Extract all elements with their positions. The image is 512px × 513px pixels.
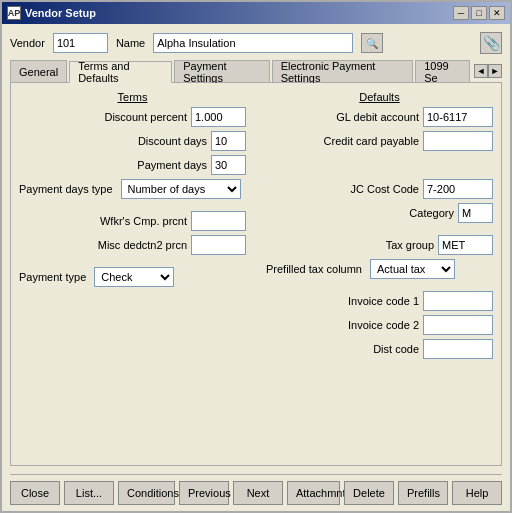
tab-content-terms: Terms Discount percent Discount days Pay… (10, 83, 502, 466)
dist-code-label: Dist code (266, 343, 419, 355)
invoice-code2-label: Invoice code 2 (266, 319, 419, 331)
list-button[interactable]: List... (64, 481, 114, 505)
app-icon: AP (7, 6, 21, 20)
discount-percent-row: Discount percent (19, 107, 246, 127)
payment-type-label: Payment type (19, 271, 86, 283)
two-columns-layout: Terms Discount percent Discount days Pay… (19, 91, 493, 363)
credit-card-input[interactable] (423, 131, 493, 151)
tab-bar: General Terms and Defaults Payment Setti… (10, 60, 502, 83)
jc-cost-code-row: JC Cost Code (266, 179, 493, 199)
payment-days-label: Payment days (19, 159, 207, 171)
invoice-code2-row: Invoice code 2 (266, 315, 493, 335)
jc-cost-code-input[interactable] (423, 179, 493, 199)
previous-button[interactable]: Previous (179, 481, 229, 505)
title-controls: ─ □ ✕ (453, 6, 505, 20)
wfkr-cmp-label: Wfkr's Cmp. prcnt (19, 215, 187, 227)
attachments-button[interactable]: Attachmnts (287, 481, 340, 505)
discount-days-row: Discount days (19, 131, 246, 151)
gl-debit-row: GL debit account (266, 107, 493, 127)
name-label: Name (116, 37, 145, 49)
title-bar: AP Vendor Setup ─ □ ✕ (2, 2, 510, 24)
dist-code-row: Dist code (266, 339, 493, 359)
close-button[interactable]: ✕ (489, 6, 505, 20)
minimize-button[interactable]: ─ (453, 6, 469, 20)
credit-card-row: Credit card payable (266, 131, 493, 151)
payment-days-row: Payment days (19, 155, 246, 175)
lookup-button[interactable]: 🔍 (361, 33, 383, 53)
defaults-column: Defaults GL debit account Credit card pa… (256, 91, 493, 363)
tab-scroll-right[interactable]: ► (488, 64, 502, 78)
discount-days-label: Discount days (19, 135, 207, 147)
category-row: Category (266, 203, 493, 223)
tab-electronic[interactable]: Electronic Payment Settings (272, 60, 414, 82)
tax-group-input[interactable] (438, 235, 493, 255)
dist-code-input[interactable] (423, 339, 493, 359)
invoice-code2-input[interactable] (423, 315, 493, 335)
attach-button[interactable]: 📎 (480, 32, 502, 54)
invoice-code1-input[interactable] (423, 291, 493, 311)
discount-percent-input[interactable] (191, 107, 246, 127)
prefilled-tax-label: Prefilled tax column (266, 263, 362, 275)
tab-scroll-left[interactable]: ◄ (474, 64, 488, 78)
main-content: Vendor Name 🔍 📎 General Terms and Defaul… (2, 24, 510, 474)
help-button[interactable]: Help (452, 481, 502, 505)
misc-deductn-row: Misc dedctn2 prcn (19, 235, 246, 255)
conditions-button[interactable]: Conditions... (118, 481, 175, 505)
vendor-label: Vendor (10, 37, 45, 49)
vendor-setup-window: AP Vendor Setup ─ □ ✕ Vendor Name 🔍 📎 (0, 0, 512, 513)
discount-days-input[interactable] (211, 131, 246, 151)
prefilled-tax-row: Prefilled tax column Actual tax None Rat… (266, 259, 493, 279)
misc-deductn-label: Misc dedctn2 prcn (19, 239, 187, 251)
prefills-button[interactable]: Prefills (398, 481, 448, 505)
wfkr-cmp-input[interactable] (191, 211, 246, 231)
tab-payment[interactable]: Payment Settings (174, 60, 269, 82)
category-label: Category (266, 207, 454, 219)
category-input[interactable] (458, 203, 493, 223)
delete-button[interactable]: Delete (344, 481, 394, 505)
jc-cost-code-label: JC Cost Code (266, 183, 419, 195)
payment-type-row: Payment type Check EFT Credit Card (19, 267, 246, 287)
misc-deductn-input[interactable] (191, 235, 246, 255)
discount-percent-label: Discount percent (19, 111, 187, 123)
title-bar-left: AP Vendor Setup (7, 6, 96, 20)
footer-buttons: Close List... Conditions... Previous Nex… (2, 475, 510, 511)
tax-group-label: Tax group (266, 239, 434, 251)
gl-debit-input[interactable] (423, 107, 493, 127)
paperclip-icon: 📎 (483, 35, 500, 51)
tab-1099[interactable]: 1099 Se (415, 60, 470, 82)
prefilled-tax-select[interactable]: Actual tax None Rate (370, 259, 455, 279)
lookup-icon: 🔍 (366, 38, 378, 49)
payment-days-type-label: Payment days type (19, 183, 113, 195)
payment-days-type-select[interactable]: Number of days Day of month End of month (121, 179, 241, 199)
vendor-row: Vendor Name 🔍 📎 (10, 32, 502, 54)
credit-card-label: Credit card payable (266, 135, 419, 147)
invoice-code1-row: Invoice code 1 (266, 291, 493, 311)
tabs-container: General Terms and Defaults Payment Setti… (10, 60, 502, 466)
window-title: Vendor Setup (25, 7, 96, 19)
payment-days-type-row: Payment days type Number of days Day of … (19, 179, 246, 199)
gl-debit-label: GL debit account (266, 111, 419, 123)
maximize-button[interactable]: □ (471, 6, 487, 20)
tab-general[interactable]: General (10, 60, 67, 82)
vendor-number-input[interactable] (53, 33, 108, 53)
vendor-name-input[interactable] (153, 33, 353, 53)
terms-column: Terms Discount percent Discount days Pay… (19, 91, 256, 363)
payment-type-select[interactable]: Check EFT Credit Card (94, 267, 174, 287)
tab-scroll-buttons: ◄ ► (474, 64, 502, 78)
next-button[interactable]: Next (233, 481, 283, 505)
wfkr-cmp-row: Wfkr's Cmp. prcnt (19, 211, 246, 231)
close-button[interactable]: Close (10, 481, 60, 505)
defaults-header: Defaults (266, 91, 493, 103)
invoice-code1-label: Invoice code 1 (266, 295, 419, 307)
tab-terms[interactable]: Terms and Defaults (69, 61, 172, 83)
terms-header: Terms (19, 91, 246, 103)
payment-days-input[interactable] (211, 155, 246, 175)
tax-group-row: Tax group (266, 235, 493, 255)
